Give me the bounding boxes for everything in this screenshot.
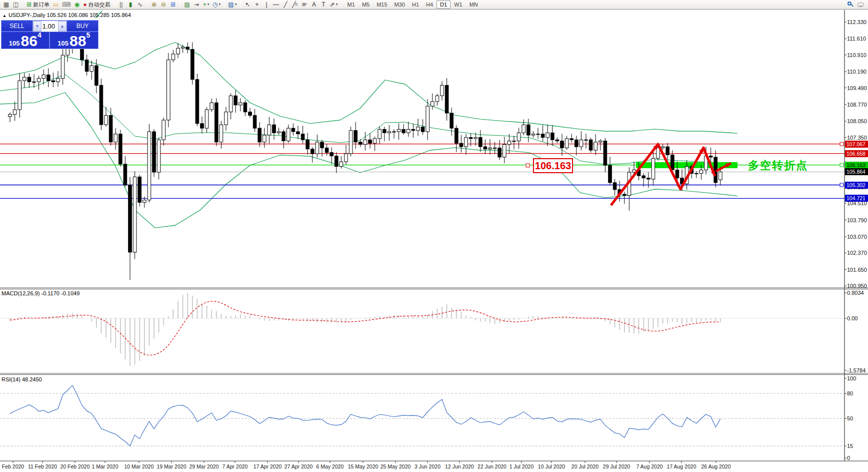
price-badge-106.163: 106.163 — [845, 162, 868, 169]
volume-stepper: ▼ 1.00 ▲ — [32, 21, 67, 32]
price-badge-105.302: 105.302 — [845, 182, 868, 189]
rsi-label: RSI(14) 48.2450 — [2, 376, 42, 382]
symbol-ohlc-text: USDJPY-,Daily 105.526 106.086 105.285 10… — [8, 12, 131, 18]
date-label[interactable]: 11 Feb 2020 — [28, 463, 57, 469]
volume-up-button[interactable]: ▲ — [58, 21, 66, 32]
price-tick-label: 103.790 — [847, 217, 867, 223]
candles-group — [8, 23, 722, 280]
callout-handle[interactable] — [526, 164, 530, 167]
volume-input[interactable]: 1.00 — [42, 21, 58, 32]
hline-handle[interactable] — [840, 142, 844, 146]
price-tick-label: 103.070 — [847, 234, 867, 240]
price-tick-label: 109.490 — [847, 85, 867, 91]
volume-down-button[interactable]: ▼ — [33, 21, 42, 32]
date-label[interactable]: 29 Jul 2020 — [603, 463, 630, 469]
hline-handle[interactable] — [840, 183, 844, 187]
date-label[interactable]: 17 Aug 2020 — [667, 463, 696, 469]
indicator-axis-label: 0.00 — [847, 315, 858, 321]
indicator-axis-label: -1.5784 — [847, 367, 866, 373]
date-label[interactable]: 12 Jun 2020 — [445, 463, 474, 469]
date-label[interactable]: 3 Jun 2020 — [414, 463, 440, 469]
date-label[interactable]: 17 Apr 2020 — [254, 463, 282, 469]
date-label[interactable]: 19 Mar 2020 — [157, 463, 186, 469]
date-label[interactable]: 7 Apr 2020 — [222, 463, 248, 469]
price-tick-label: 110.190 — [847, 69, 866, 75]
date-label[interactable]: 6 May 2020 — [316, 463, 344, 469]
candlestick-chart-canvas[interactable] — [0, 0, 868, 472]
date-label[interactable]: 20 Feb 2020 — [60, 463, 90, 469]
indicator-axis-label: 0.8034 — [847, 290, 864, 296]
rsi-line — [10, 385, 720, 446]
hline-handle[interactable] — [840, 163, 844, 167]
date-label[interactable]: 10 Mar 2020 — [124, 463, 154, 469]
date-label[interactable]: 7 Aug 2020 — [636, 463, 662, 469]
price-badge-105.864: 105.864 — [845, 168, 868, 175]
indicator-axis-label: 0 — [847, 455, 850, 461]
price-tick-label: 102.370 — [847, 250, 867, 256]
date-label[interactable]: 27 Apr 2020 — [284, 463, 313, 469]
price-level-callout[interactable]: 106.163 — [533, 158, 573, 173]
buy-button[interactable]: BUY — [67, 21, 98, 32]
date-label[interactable]: 22 Jun 2020 — [478, 463, 506, 469]
date-label[interactable]: 29 Mar 2020 — [190, 463, 219, 469]
price-tick-label: 110.910 — [847, 52, 866, 58]
price-tick-label: 111.610 — [847, 36, 866, 42]
indicator-axis-label: 15 — [847, 443, 853, 449]
one-click-trading-panel: SELL ▼ 1.00 ▲ BUY 105 86 4 105 88 5 — [1, 20, 98, 49]
date-label[interactable]: 20 Jul 2020 — [572, 463, 598, 469]
price-tick-label: 107.350 — [847, 135, 867, 141]
price-badge-104.721: 104.721 — [845, 195, 868, 202]
macd-signal-line — [10, 301, 720, 355]
price-tick-label: 108.050 — [847, 118, 867, 124]
price-badge-106.658: 106.658 — [845, 150, 868, 157]
price-tick-label: 112.330 — [847, 19, 866, 25]
date-label[interactable]: 1 Mar 2020 — [92, 463, 118, 469]
date-label[interactable]: Feb 2020 — [2, 463, 24, 469]
pivot-note-text: 多空转折点 — [748, 158, 808, 173]
indicator-axis-label: 100 — [847, 375, 856, 381]
macd-label: MACD(12,26,9) -0.1170 -0.1049 — [2, 290, 80, 296]
date-label[interactable]: 15 May 2020 — [348, 463, 378, 469]
price-tick-label: 101.650 — [847, 267, 867, 273]
price-tick-label: 100.950 — [847, 283, 867, 289]
price-tick-label: 108.770 — [847, 102, 867, 108]
chart-title: ▲USDJPY-,Daily 105.526 106.086 105.285 1… — [2, 12, 131, 18]
indicator-axis-label: 50 — [847, 415, 853, 421]
indicator-axis-label: 80 — [847, 390, 853, 396]
price-badge-107.067: 107.067 — [845, 141, 868, 148]
buy-quote[interactable]: 105 88 5 — [50, 32, 98, 49]
date-label[interactable]: 1 Jul 2020 — [510, 463, 534, 469]
sell-button[interactable]: SELL — [2, 21, 32, 32]
sell-quote[interactable]: 105 86 4 — [2, 32, 50, 49]
date-label[interactable]: 26 Aug 2020 — [702, 463, 731, 469]
collapse-triangle-icon[interactable]: ▲ — [2, 14, 6, 18]
date-label[interactable]: 10 Jul 2020 — [538, 463, 565, 469]
date-label[interactable]: 25 May 2020 — [380, 463, 411, 469]
mt4-window: ▦◫⊞新订单▭⌨◉●自动交易||▮∿⊕⊖⊞▤⇥+▾◷▾▨▾↖+|—╱╱E≡FAT… — [0, 0, 868, 472]
